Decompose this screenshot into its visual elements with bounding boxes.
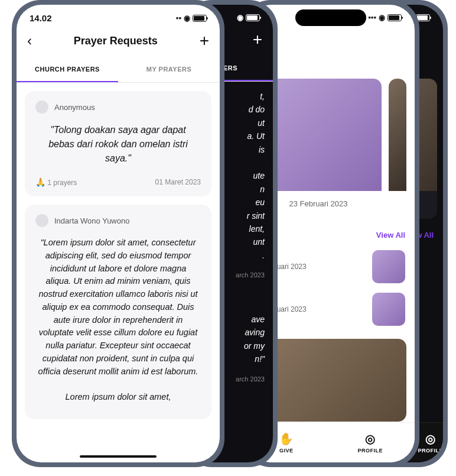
nav-label: GIVE — [279, 448, 294, 454]
profile-icon: ◎ — [365, 432, 376, 446]
prayer-text-continued: Lorem ipsum dolor sit amet, — [35, 388, 201, 410]
nav-label: PROFILE — [418, 448, 443, 454]
prayer-card: Indarta Wono Yuwono "Lorem ipsum dolor s… — [25, 205, 211, 419]
status-bar: 14.02 ▪▪ ◉ — [17, 5, 220, 27]
home-indicator[interactable] — [80, 455, 157, 458]
thumb-image — [372, 250, 405, 283]
prayer-count[interactable]: 🙏 1 prayers — [35, 177, 77, 187]
signal-icon: ▪▪▪ — [368, 13, 376, 22]
profile-icon: ◎ — [425, 432, 436, 446]
nav-profile[interactable]: ◎ PROFILE — [418, 432, 443, 454]
page-title: Prayer Requests — [74, 35, 158, 47]
prayer-text: "Lorem ipsum dolor sit amet, consectetur… — [35, 234, 201, 384]
battery-icon — [387, 14, 402, 21]
tab-church-prayers[interactable]: CHURCH PRAYERS — [17, 57, 118, 82]
wifi-icon: ◉ — [184, 14, 190, 22]
header: ‹ Prayer Requests + — [17, 27, 220, 57]
author-name: Indarta Wono Yuwono — [54, 216, 129, 225]
nav-give[interactable]: ✋ GIVE — [279, 432, 294, 454]
nav-profile[interactable]: ◎ PROFILE — [357, 432, 383, 454]
clock: 14.02 — [30, 13, 52, 23]
back-button[interactable]: ‹ — [27, 34, 32, 48]
wifi-icon: ◉ — [379, 13, 385, 22]
pray-icon: 🙏 — [35, 177, 45, 187]
feed-image[interactable] — [255, 339, 406, 422]
prayer-card: Anonymous "Tolong doakan saya agar dapat… — [25, 91, 211, 196]
avatar — [35, 101, 48, 114]
add-button[interactable]: + — [200, 33, 209, 49]
tab-my-prayers[interactable]: MY PRAYERS — [118, 57, 220, 82]
give-icon: ✋ — [279, 432, 294, 446]
signal-icon: ▪▪ — [176, 14, 181, 22]
prayer-text: "Tolong doakan saya agar dapat bebas dar… — [35, 121, 201, 171]
battery-icon — [246, 14, 260, 21]
prayer-date: 01 Maret 2023 — [155, 178, 201, 186]
nav-label: PROFILE — [357, 448, 383, 454]
battery-icon — [193, 15, 207, 22]
author-name: Anonymous — [54, 103, 95, 112]
avatar — [35, 214, 48, 227]
feed-image[interactable] — [389, 79, 406, 191]
add-button[interactable]: + — [253, 31, 262, 48]
thumb-image — [372, 293, 405, 326]
wifi-icon: ◉ — [237, 13, 243, 22]
tabs: CHURCH PRAYERS MY PRAYERS — [17, 57, 220, 83]
notch — [295, 9, 366, 26]
